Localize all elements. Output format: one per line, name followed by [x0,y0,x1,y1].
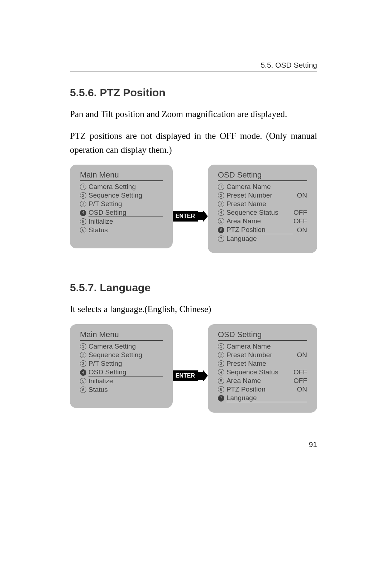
menu-item: 3Preset Name [218,200,307,208]
menu-item: 6Status [80,385,163,394]
panel-title: OSD Setting [218,330,307,341]
circled-number-icon: 4 [218,369,224,375]
menu-item: 5Initialize [80,217,163,226]
menu-item-label: Status [89,386,163,394]
menu-item-label: Language [226,235,307,243]
circled-number-icon: 2 [218,352,224,358]
figure-language: Main Menu 1Camera Setting2Sequence Setti… [70,324,317,413]
menu-item-value: OFF [293,377,307,385]
main-menu-list: 1Camera Setting2Sequence Setting3P/T Set… [78,183,164,234]
circled-number-icon: 2 [80,192,86,199]
menu-item-label: Status [89,226,163,234]
main-menu-list: 1Camera Setting2Sequence Setting3P/T Set… [78,342,164,394]
main-menu-panel: Main Menu 1Camera Setting2Sequence Setti… [70,165,173,248]
circled-number-icon: 5 [218,218,224,224]
body-paragraph: PTZ positions are not displayed in the O… [70,129,317,157]
circled-number-icon: 3 [218,201,224,207]
menu-item-label: Area Name [226,217,289,225]
panel-title: Main Menu [80,330,163,341]
menu-item-label: P/T Setting [89,360,163,368]
menu-item-value: ON [297,385,307,393]
circled-number-icon: 3 [218,360,224,367]
menu-item: 4OSD Setting [80,208,163,217]
figure-ptz-position: Main Menu 1Camera Setting2Sequence Setti… [70,165,317,253]
circled-number-icon: 3 [80,201,86,207]
menu-item-label: PTZ Position [226,226,293,234]
menu-item-label: Preset Name [226,360,307,368]
circled-number-icon: 6 [218,227,224,233]
arrow-right-icon [198,370,208,382]
enter-key-label: ENTER [173,370,198,381]
menu-item: 1Camera Name [218,342,307,351]
circled-number-icon: 2 [218,192,224,199]
menu-item-label: Sequence Status [226,209,289,217]
circled-number-icon: 4 [80,369,86,376]
circled-number-icon: 1 [218,343,224,350]
menu-item: 5Area NameOFF [218,217,307,225]
menu-item: 3P/T Setting [80,200,163,208]
menu-item: 1Camera Name [218,183,307,191]
menu-item: 5Initialize [80,377,163,385]
menu-item: 2Preset NumberON [218,351,307,359]
menu-item-label: PTZ Position [226,385,293,393]
page-number: 91 [309,440,317,449]
circled-number-icon: 3 [80,360,86,367]
circled-number-icon: 7 [218,235,224,242]
menu-item-label: Camera Name [226,342,307,350]
menu-item-label: Camera Setting [89,183,163,191]
circled-number-icon: 5 [80,378,86,384]
circled-number-icon: 4 [80,210,86,216]
circled-number-icon: 7 [218,395,224,402]
menu-item-label: Camera Setting [89,342,163,350]
osd-setting-panel: OSD Setting 1Camera Name2Preset NumberON… [208,165,317,253]
circled-number-icon: 5 [218,378,224,384]
breadcrumb: 5.5. OSD Setting [261,61,317,69]
menu-item-label: Preset Name [226,200,307,208]
menu-item-label: P/T Setting [89,200,163,208]
osd-setting-panel: OSD Setting 1Camera Name2Preset NumberON… [208,324,317,413]
menu-item-value: OFF [293,209,307,217]
menu-item: 2Preset NumberON [218,191,307,200]
circled-number-icon: 1 [80,343,86,350]
menu-item-value: ON [297,226,307,234]
menu-item: 4Sequence StatusOFF [218,368,307,376]
page-header: 5.5. OSD Setting [70,61,317,72]
menu-item-label: Sequence Status [226,368,289,376]
main-menu-panel: Main Menu 1Camera Setting2Sequence Setti… [70,324,173,408]
menu-item: 1Camera Setting [80,183,163,191]
enter-key-label: ENTER [173,211,198,222]
menu-item: 4OSD Setting [80,368,163,377]
menu-item-value: ON [297,191,307,199]
document-page: 5.5. OSD Setting 5.5.6. PTZ Position Pan… [0,0,387,413]
menu-item: 5Area NameOFF [218,376,307,385]
menu-item-label: Initialize [89,377,163,385]
circled-number-icon: 6 [218,386,224,393]
menu-item: 6PTZ PositionON [218,225,307,234]
enter-arrow: ENTER [173,370,208,382]
svg-marker-1 [198,370,208,382]
panel-title: OSD Setting [218,170,307,181]
menu-item-value: OFF [293,368,307,376]
menu-item-label: OSD Setting [89,209,163,217]
body-paragraph: Pan and Tilt position and Zoom magnifica… [70,107,317,121]
osd-menu-list: 1Camera Name2Preset NumberON3Preset Name… [216,183,309,243]
menu-item: 4Sequence StatusOFF [218,208,307,217]
section-heading-language: 5.5.7. Language [70,282,317,294]
menu-item-value: ON [297,351,307,359]
menu-item-label: Camera Name [226,183,307,191]
panel-title: Main Menu [80,170,163,181]
menu-item-label: Language [226,394,307,402]
menu-item: 3P/T Setting [80,359,163,368]
menu-item: 3Preset Name [218,359,307,368]
menu-item-label: Initialize [89,218,163,225]
osd-menu-list: 1Camera Name2Preset NumberON3Preset Name… [216,342,309,403]
menu-item-label: Area Name [226,377,289,385]
menu-item: 7Language [218,394,307,403]
circled-number-icon: 6 [80,227,86,233]
section-heading-ptz-position: 5.5.6. PTZ Position [70,87,317,99]
body-paragraph: It selects a language.(English, Chinese) [70,302,317,316]
menu-item: 6PTZ PositionON [218,385,307,394]
menu-item-label: Sequence Setting [89,191,163,199]
menu-item-value: OFF [293,217,307,225]
menu-item: 6Status [80,226,163,234]
